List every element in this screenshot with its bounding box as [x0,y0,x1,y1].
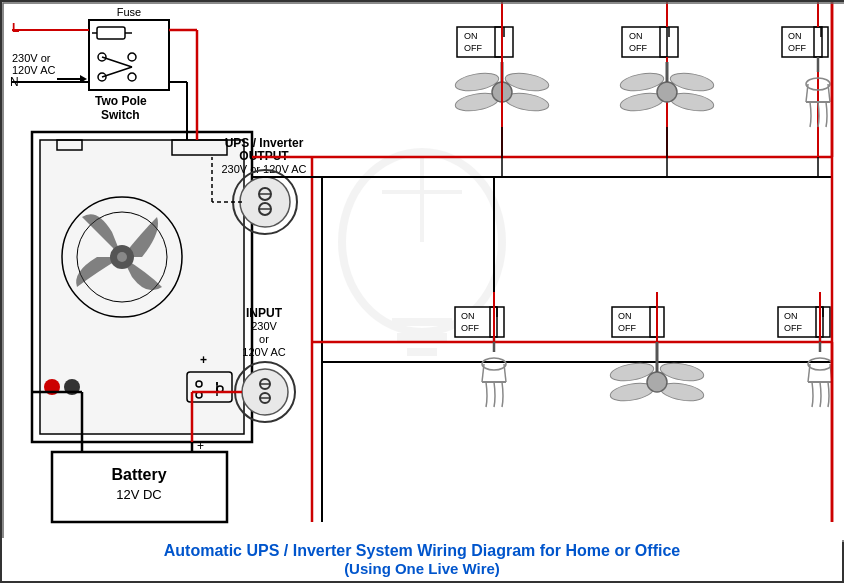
svg-text:OFF: OFF [784,323,802,333]
svg-text:230V or 120V AC: 230V or 120V AC [221,163,306,175]
svg-text:Two Pole: Two Pole [95,94,147,108]
svg-text:or: or [259,333,269,345]
svg-text:230V: 230V [251,320,277,332]
svg-text:ON: ON [464,31,478,41]
svg-text:ON: ON [629,31,643,41]
title-area: Automatic UPS / Inverter System Wiring D… [2,538,842,581]
svg-text:+: + [197,439,204,453]
svg-text:Fuse: Fuse [117,6,141,18]
svg-text:120V AC: 120V AC [242,346,285,358]
svg-text:OFF: OFF [618,323,636,333]
svg-text:ON: ON [618,311,632,321]
svg-text:ON: ON [461,311,475,321]
wiring-diagram: L 230V or 120V AC N Fuse Two Pole Switch [2,2,844,542]
svg-text:ON: ON [784,311,798,321]
svg-text:230V or: 230V or [12,52,51,64]
diagram-container: © www.electricaltechnology.org L 230V or… [0,0,844,583]
svg-text:OFF: OFF [461,323,479,333]
svg-text:ON: ON [788,31,802,41]
svg-text:+: + [200,353,207,367]
svg-text:OFF: OFF [629,43,647,53]
title-line2: (Using One Live Wire) [2,560,842,577]
svg-point-150 [647,372,667,392]
svg-text:UPS / Inverter: UPS / Inverter [225,136,304,150]
svg-point-33 [117,252,127,262]
svg-text:L: L [12,21,19,35]
svg-text:Battery: Battery [111,466,166,483]
svg-text:OFF: OFF [788,43,806,53]
svg-text:INPUT: INPUT [246,306,283,320]
svg-text:Switch: Switch [101,108,140,122]
svg-text:OFF: OFF [464,43,482,53]
svg-point-111 [657,82,677,102]
svg-text:12V DC: 12V DC [116,487,162,502]
title-line1: Automatic UPS / Inverter System Wiring D… [2,542,842,560]
